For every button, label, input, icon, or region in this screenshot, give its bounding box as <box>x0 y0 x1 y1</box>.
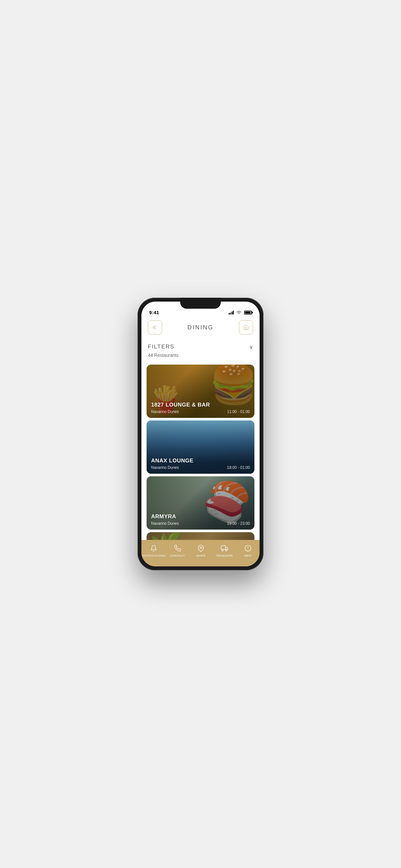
restaurant-location-1: Navarino Dunes <box>151 409 179 414</box>
bell-icon <box>150 544 157 553</box>
chevron-down-icon: ∨ <box>249 344 253 350</box>
card-footer-2: Navarino Dunes 18:00 - 01:00 <box>151 465 250 470</box>
svg-point-0 <box>200 547 202 549</box>
tab-maps[interactable]: MAPS <box>189 542 213 559</box>
tab-transfer-label: TRANSFER <box>216 554 233 557</box>
restaurant-hours-1: 11:00 - 01:00 <box>227 409 250 414</box>
restaurant-card-2[interactable]: ANAX LOUNGE Navarino Dunes 18:00 - 01:00 <box>147 421 254 474</box>
notch <box>180 298 221 309</box>
tab-contact-label: CONTACT <box>170 554 185 557</box>
tab-info-label: INFO <box>244 554 252 557</box>
wifi-icon <box>236 310 242 315</box>
card-partial-bg <box>147 532 254 540</box>
tab-info[interactable]: INFO <box>236 542 259 559</box>
home-icon <box>243 324 249 330</box>
home-button[interactable] <box>239 320 253 335</box>
card-footer-3: Navarino Dunes 19:00 - 23:00 <box>151 521 250 526</box>
filters-toggle[interactable]: FILTERS ∨ <box>148 344 253 350</box>
svg-point-3 <box>226 550 227 551</box>
card-footer-1: Navarino Dunes 11:00 - 01:00 <box>151 409 250 414</box>
filters-label: FILTERS <box>148 344 175 350</box>
restaurant-name-2: ANAX LOUNGE <box>151 458 250 464</box>
back-icon <box>152 324 158 330</box>
restaurant-hours-2: 18:00 - 01:00 <box>227 465 250 470</box>
filters-section: FILTERS ∨ 44 Restaurants <box>142 340 259 362</box>
restaurants-count: 44 Restaurants <box>148 352 253 359</box>
restaurant-location-3: Navarino Dunes <box>151 521 179 526</box>
card-content-2: ANAX LOUNGE Navarino Dunes 18:00 - 01:00 <box>147 454 254 474</box>
transfer-icon <box>221 544 228 553</box>
map-pin-icon <box>197 544 204 553</box>
card-content-3: ARMYRA Navarino Dunes 19:00 - 23:00 <box>147 509 254 530</box>
info-icon <box>244 544 251 553</box>
tab-maps-label: MAPS <box>197 554 206 557</box>
restaurant-card-4-partial[interactable] <box>147 532 254 540</box>
header: DINING <box>142 318 259 340</box>
card-content-1: 1827 LOUNGE & BAR Navarino Dunes 11:00 -… <box>147 398 254 418</box>
page-title: DINING <box>188 324 214 331</box>
phone-screen: 9:41 <box>142 302 259 566</box>
signal-icon <box>228 311 234 314</box>
restaurant-card-3[interactable]: ARMYRA Navarino Dunes 19:00 - 23:00 <box>147 476 254 530</box>
tab-contact[interactable]: CONTACT <box>166 542 189 559</box>
phone-frame: 9:41 <box>137 298 264 570</box>
phone-icon <box>174 544 181 553</box>
restaurant-card-1[interactable]: 1827 LOUNGE & BAR Navarino Dunes 11:00 -… <box>147 365 254 418</box>
scroll-content[interactable]: 1827 LOUNGE & BAR Navarino Dunes 11:00 -… <box>142 362 259 540</box>
tab-bar: NOTIFICATIONS CONTACT MAPS <box>142 540 259 566</box>
restaurant-hours-3: 19:00 - 23:00 <box>227 521 250 526</box>
tab-transfer[interactable]: TRANSFER <box>213 542 236 559</box>
back-button[interactable] <box>148 320 162 335</box>
restaurant-name-1: 1827 LOUNGE & BAR <box>151 402 250 408</box>
tab-notifications[interactable]: NOTIFICATIONS <box>142 542 166 559</box>
status-icons <box>228 310 252 315</box>
status-time: 9:41 <box>149 310 159 315</box>
restaurant-name-3: ARMYRA <box>151 514 250 520</box>
tab-notifications-label: NOTIFICATIONS <box>142 554 166 557</box>
battery-icon <box>244 311 252 314</box>
restaurant-location-2: Navarino Dunes <box>151 465 179 470</box>
svg-point-2 <box>222 550 223 551</box>
svg-rect-1 <box>221 546 226 550</box>
